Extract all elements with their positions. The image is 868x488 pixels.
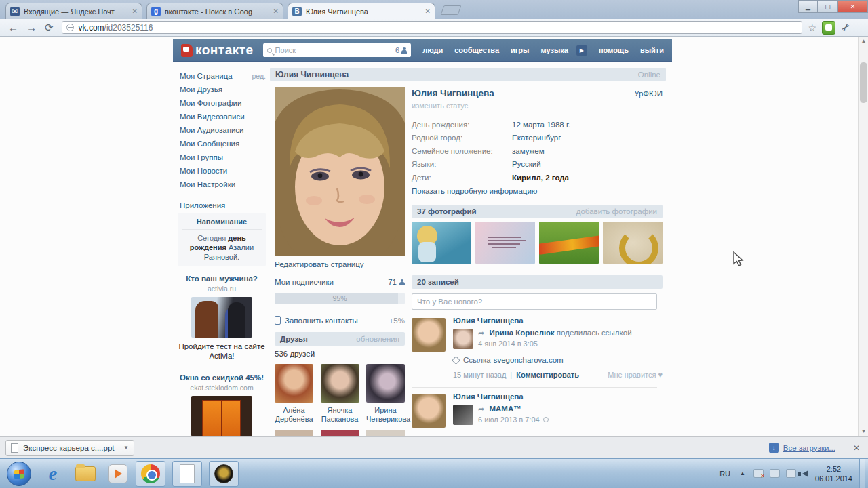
link-url[interactable]: svegoncharova.com [494, 356, 564, 364]
repost-author-link[interactable]: МАМА™ [489, 405, 521, 413]
post-time-ago[interactable]: 15 минут назад [453, 371, 506, 379]
repost-author-avatar[interactable] [453, 405, 473, 425]
document-taskbar-button[interactable] [172, 461, 202, 487]
repost-author-avatar[interactable] [453, 329, 473, 349]
ad-activia[interactable]: Кто ваш мужчина? activia.ru Пройдите тес… [178, 274, 266, 361]
friend-card[interactable]: ЯночкаПасканова [321, 364, 359, 424]
show-desktop-button[interactable] [859, 459, 865, 488]
wall-posts-count[interactable]: 20 записей [417, 278, 459, 286]
ad-title[interactable]: Окна со скидкой 45%! [178, 373, 266, 382]
show-more-info-link[interactable]: Показать подробную информацию [412, 187, 663, 195]
vertical-scrollbar[interactable]: ▲ ▼ [858, 37, 868, 436]
extension-icon[interactable] [822, 21, 835, 35]
photo-thumb-girl-beach[interactable] [412, 222, 471, 264]
post-date[interactable]: 6 июл 2013 в 7:04 [478, 415, 540, 424]
all-downloads-link[interactable]: Все загрузки... [783, 444, 835, 452]
close-download-bar-icon[interactable]: ✕ [853, 443, 860, 453]
sidebar-item-audio[interactable]: Мои Аудиозаписи [180, 123, 266, 137]
friend-card[interactable]: ИринаЧетверикова [366, 364, 405, 424]
post-date[interactable]: 4 янв 2014 в 3:05 [478, 340, 632, 348]
ad-door-image[interactable] [191, 396, 252, 436]
friend-card[interactable]: АлёнаДербенёва [275, 364, 313, 424]
post-link-attachment[interactable]: Ссылка svegoncharova.com [453, 356, 663, 364]
photo-thumb-quote-card[interactable] [475, 222, 535, 264]
followers-row[interactable]: Мои подписчики 71 [275, 278, 405, 286]
close-icon[interactable]: ✕ [425, 7, 431, 15]
nav-people[interactable]: люди [422, 46, 443, 54]
scroll-up-icon[interactable]: ▲ [859, 37, 868, 46]
like-button[interactable]: Мне нравится ♥ [608, 371, 663, 379]
university-link[interactable]: УрФЮИ [634, 89, 663, 98]
friend-avatar[interactable] [321, 430, 359, 436]
sidebar-item-apps[interactable]: Приложения [180, 199, 266, 212]
friend-avatar[interactable] [275, 430, 313, 436]
scrollbar-thumb[interactable] [860, 62, 867, 103]
edit-status-link[interactable]: изменить статус [412, 102, 663, 110]
address-bar[interactable]: vk.com/id203525116 [62, 21, 802, 34]
tab-vk-profile[interactable]: В Юлия Чигвинцева ✕ [288, 3, 435, 19]
reload-icon[interactable]: ⟳ [45, 22, 54, 33]
nav-games[interactable]: игры [511, 46, 529, 54]
photos-header[interactable]: 37 фотографий добавить фотографии [412, 205, 663, 218]
friends-header[interactable]: Друзья обновления [275, 332, 405, 346]
friend-avatar[interactable] [366, 430, 405, 436]
language-indicator[interactable]: RU [719, 470, 730, 478]
post-author-link[interactable]: Юлия Чигвинцева [453, 317, 524, 325]
internet-explorer-icon[interactable]: e [42, 463, 64, 485]
sidebar-item-messages[interactable]: Мои Сообщения [180, 137, 266, 150]
nav-communities[interactable]: сообщества [454, 46, 499, 54]
sidebar-item-groups[interactable]: Мои Группы [180, 150, 266, 164]
taskbar-clock[interactable]: 2:52 06.01.2014 [815, 464, 852, 483]
nav-logout[interactable]: выйти [640, 46, 664, 54]
photo-thumb-horseshoe[interactable] [603, 222, 663, 264]
forward-icon[interactable]: → [26, 22, 37, 33]
ad-title[interactable]: Кто ваш мужчина? [178, 274, 266, 283]
sidebar-item-videos[interactable]: Мои Видеозаписи [180, 110, 266, 123]
download-caret-icon[interactable]: ▼ [123, 445, 129, 451]
sidebar-item-friends[interactable]: Мои Друзья [180, 83, 266, 96]
start-button[interactable] [7, 462, 31, 486]
minimize-button[interactable]: ▁ [798, 0, 818, 13]
post-author-link[interactable]: Юлия Чигвинцева [453, 392, 524, 401]
player-taskbar-button[interactable] [209, 461, 239, 487]
friends-updates-link[interactable]: обновления [356, 335, 399, 343]
fill-contacts-row[interactable]: Заполнить контакты +5% [275, 316, 405, 325]
nav-help[interactable]: помощь [599, 46, 629, 54]
media-player-icon[interactable] [107, 463, 129, 485]
scroll-down-icon[interactable]: ▼ [859, 427, 868, 436]
wall-header[interactable]: 20 записей [412, 275, 663, 289]
display-icon[interactable] [786, 469, 796, 478]
repost-author-link[interactable]: Ирина Корнелюк [489, 329, 554, 337]
bookmark-star-icon[interactable]: ☆ [808, 22, 817, 33]
new-tab-button[interactable] [440, 5, 461, 15]
sidebar-item-my-page[interactable]: Моя Страница ред. [180, 69, 266, 83]
photos-count-link[interactable]: 37 фотографий [417, 207, 477, 216]
wrench-menu-icon[interactable]: 🔧︎ [840, 23, 850, 32]
friend-avatar[interactable] [321, 364, 359, 403]
edit-page-link[interactable]: Редактировать страницу [275, 260, 405, 268]
sidebar-item-settings[interactable]: Мои Настройки [180, 178, 266, 191]
nav-more-icon[interactable]: ▶ [576, 45, 587, 56]
profile-photo[interactable] [275, 87, 405, 256]
comment-link[interactable]: Комментировать [516, 371, 579, 379]
vk-logo[interactable]: контакте [181, 43, 254, 58]
maximize-button[interactable]: ▢ [818, 0, 837, 13]
tray-expand-icon[interactable]: ▲ [740, 470, 745, 476]
followers-label[interactable]: Мои подписчики [275, 278, 334, 286]
close-window-button[interactable]: ✕ [837, 0, 868, 13]
file-explorer-icon[interactable] [75, 463, 96, 485]
post-author-avatar[interactable] [412, 394, 446, 428]
ad-windows[interactable]: Окна со скидкой 45%! ekat.steklodom.com [178, 373, 266, 436]
sidebar-item-photos[interactable]: Мои Фотографии [180, 96, 266, 110]
back-icon[interactable]: ← [8, 22, 18, 33]
friends-title[interactable]: Друзья [280, 335, 308, 343]
close-icon[interactable]: ✕ [273, 7, 279, 15]
ad-couple-image[interactable] [191, 297, 252, 338]
edit-link[interactable]: ред. [252, 72, 267, 80]
add-photos-link[interactable]: добавить фотографии [576, 207, 657, 216]
network-status-icon[interactable] [753, 469, 764, 478]
sidebar-item-news[interactable]: Мои Новости [180, 164, 266, 178]
friend-avatar[interactable] [275, 364, 313, 403]
close-icon[interactable]: ✕ [132, 7, 138, 15]
friends-count[interactable]: 536 друзей [275, 350, 405, 358]
